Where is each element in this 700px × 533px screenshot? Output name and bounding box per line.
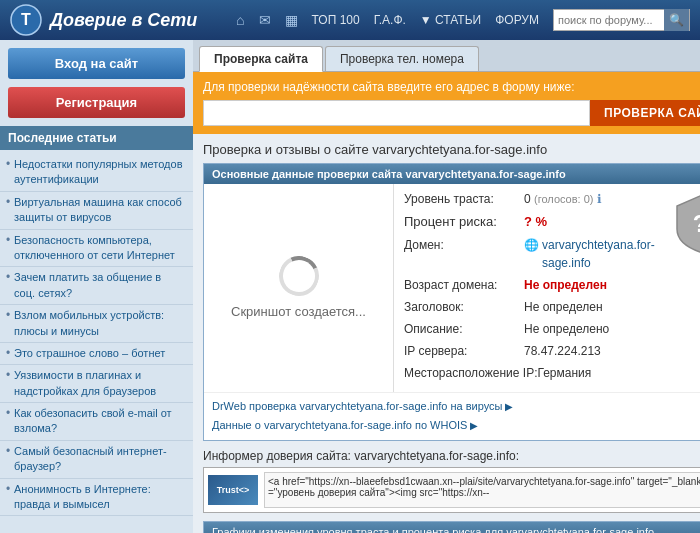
trust-number: 0	[524, 192, 531, 206]
informer-logo-text: Trust<>	[217, 485, 250, 496]
search-input[interactable]	[554, 12, 664, 28]
article-link[interactable]: Недостатки популярных методов аутентифик…	[14, 158, 183, 185]
tabs-bar: Проверка сайта Проверка тел. номера	[193, 40, 700, 72]
list-item: Самый безопасный интернет-браузер?	[0, 441, 193, 479]
description-label: Описание:	[404, 320, 524, 338]
screenshot-area: Скриншот создается...	[204, 184, 394, 392]
sidebar-articles-title: Последние статьи	[0, 126, 193, 150]
informer-title: Информер доверия сайта: varvarychtetyana…	[203, 449, 700, 463]
site-title: Доверие в Сети	[50, 10, 197, 31]
list-item: Это страшное слово – ботнет	[0, 343, 193, 365]
main-data-title: Основные данные проверки сайта varvarych…	[204, 164, 700, 184]
graph-title: Графики изменения уровня траста и процен…	[204, 522, 700, 533]
svg-text:Т: Т	[21, 11, 31, 28]
main-data-content: Скриншот создается... Уровень траста: 0 …	[204, 184, 700, 392]
nav-articles[interactable]: ▼ СТАТЬИ	[420, 13, 481, 27]
list-item: Взлом мобильных устройств: плюсы и минус…	[0, 305, 193, 343]
tab-check-site[interactable]: Проверка сайта	[199, 46, 323, 72]
login-button[interactable]: Вход на сайт	[8, 48, 185, 79]
logo-icon: Т	[10, 4, 42, 36]
informer-code[interactable]: <a href="https://xn--blaeefebsd1cwaan.xn…	[264, 472, 700, 508]
info-icon[interactable]: ℹ	[597, 192, 602, 206]
article-link[interactable]: Как обезопасить свой e-mail от взлома?	[14, 407, 172, 434]
article-link[interactable]: Уязвимости в плагинах и надстройках для …	[14, 369, 156, 396]
loading-spinner	[271, 249, 326, 304]
search-button[interactable]: 🔍	[664, 9, 689, 31]
trust-level-label: Уровень траста:	[404, 190, 524, 208]
nav-forum[interactable]: ФОРУМ	[495, 13, 539, 27]
informer-logo: Trust<>	[208, 475, 258, 505]
domain-row: Домен: 🌐 varvarychtetyana.for-sage.info	[404, 236, 655, 272]
article-link[interactable]: Зачем платить за общение в соц. сетях?	[14, 271, 161, 298]
site-header: Т Доверие в Сети ⌂ ✉ ▦ ТОП 100 Г.А.Ф. ▼ …	[0, 0, 700, 40]
shield-icon: ?	[675, 194, 700, 254]
ip-value: 78.47.224.213	[524, 342, 601, 360]
site-header-value: Не определен	[524, 298, 603, 316]
desc-row: Описание: Не определено	[404, 320, 655, 338]
logo-area: Т Доверие в Сети	[10, 4, 226, 36]
register-button[interactable]: Регистрация	[8, 87, 185, 118]
tab-check-phone[interactable]: Проверка тел. номера	[325, 46, 479, 71]
main-layout: Вход на сайт Регистрация Последние стать…	[0, 40, 700, 533]
home-icon[interactable]: ⌂	[236, 12, 244, 28]
url-input[interactable]	[203, 100, 590, 126]
percent-row: Процент риска: ? %	[404, 212, 655, 232]
description-value: Не определено	[524, 320, 609, 338]
grid-icon[interactable]: ▦	[285, 12, 298, 28]
age-value: Не определен	[524, 276, 607, 294]
results-title: Проверка и отзывы о сайте varvarychtetya…	[203, 142, 700, 157]
graph-area: Графики изменения уровня траста и процен…	[203, 521, 700, 533]
check-links: DrWeb проверка varvarychtetyana.for-sage…	[204, 392, 700, 441]
article-link[interactable]: Виртуальная машина как способ защиты от …	[14, 196, 182, 223]
search-box: 🔍	[553, 9, 690, 31]
drweb-link[interactable]: DrWeb проверка varvarychtetyana.for-sage…	[212, 397, 700, 417]
content-area: Проверка сайта Проверка тел. номера Для …	[193, 40, 700, 533]
age-label: Возраст домена:	[404, 276, 524, 294]
site-header-label: Заголовок:	[404, 298, 524, 316]
nav-top100[interactable]: ТОП 100	[312, 13, 360, 27]
article-link[interactable]: Самый безопасный интернет-браузер?	[14, 445, 167, 472]
whois-link[interactable]: Данные о varvarychtetyana.for-sage.info …	[212, 416, 700, 436]
trust-level-value: 0 (голосов: 0) ℹ	[524, 190, 602, 208]
list-item: Безопасность компьютера, отключенного от…	[0, 230, 193, 268]
list-item: Зачем платить за общение в соц. сетях?	[0, 267, 193, 305]
list-item: Анонимность в Интернете: правда и вымысе…	[0, 479, 193, 517]
article-link[interactable]: Это страшное слово – ботнет	[14, 347, 165, 359]
sidebar: Вход на сайт Регистрация Последние стать…	[0, 40, 193, 533]
list-item: Как обезопасить свой e-mail от взлома?	[0, 403, 193, 441]
domain-icon: 🌐	[524, 236, 539, 254]
percent-value: ? %	[524, 212, 547, 232]
domain-label: Домен:	[404, 236, 524, 254]
check-site-form: Для проверки надёжности сайта введите ег…	[193, 72, 700, 134]
screenshot-text: Скриншот создается...	[231, 304, 366, 319]
informer-box: Trust<> <a href="https://xn--blaeefebsd1…	[203, 467, 700, 513]
main-data-box: Основные данные проверки сайта varvarych…	[203, 163, 700, 441]
domain-value[interactable]: varvarychtetyana.for-sage.info	[542, 236, 655, 272]
ip-row: IP сервера: 78.47.224.213	[404, 342, 655, 360]
ip-label: IP сервера:	[404, 342, 524, 360]
location-value: Германия	[537, 364, 591, 382]
shield-icon-area: ?	[665, 184, 700, 392]
header-row: Заголовок: Не определен	[404, 298, 655, 316]
informer-area: Информер доверия сайта: varvarychtetyana…	[203, 449, 700, 513]
percent-label: Процент риска:	[404, 212, 524, 232]
list-item: Недостатки популярных методов аутентифик…	[0, 154, 193, 192]
list-item: Виртуальная машина как способ защиты от …	[0, 192, 193, 230]
sidebar-articles-list: Недостатки популярных методов аутентифик…	[0, 150, 193, 520]
article-link[interactable]: Безопасность компьютера, отключенного от…	[14, 234, 175, 261]
location-label: Месторасположение IP:	[404, 364, 537, 382]
check-site-label: Для проверки надёжности сайта введите ег…	[203, 80, 700, 94]
location-row: Месторасположение IP: Германия	[404, 364, 655, 382]
check-site-button[interactable]: ПРОВЕРКА САЙТА	[590, 100, 700, 126]
list-item: Уязвимости в плагинах и надстройках для …	[0, 365, 193, 403]
header-nav: ⌂ ✉ ▦ ТОП 100 Г.А.Ф. ▼ СТАТЬИ ФОРУМ 🔍	[236, 9, 690, 31]
results-area: Проверка и отзывы о сайте varvarychtetya…	[193, 134, 700, 533]
article-link[interactable]: Взлом мобильных устройств: плюсы и минус…	[14, 309, 164, 336]
article-link[interactable]: Анонимность в Интернете: правда и вымысе…	[14, 483, 151, 510]
nav-faq[interactable]: Г.А.Ф.	[374, 13, 406, 27]
trust-votes: (голосов: 0)	[534, 193, 597, 205]
svg-text:?: ?	[692, 210, 700, 237]
site-info: Уровень траста: 0 (голосов: 0) ℹ Процент…	[394, 184, 665, 392]
age-row: Возраст домена: Не определен	[404, 276, 655, 294]
email-icon[interactable]: ✉	[259, 12, 271, 28]
